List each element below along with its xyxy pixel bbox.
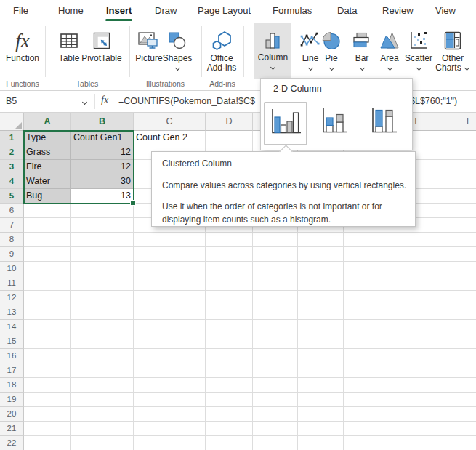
cell-D15[interactable] <box>206 334 253 349</box>
cell-I10[interactable] <box>437 262 476 276</box>
tab-formulas[interactable]: Formulas <box>273 0 312 21</box>
picture-button[interactable]: Picture <box>133 24 165 63</box>
cell-C1[interactable]: Count Gen 2 <box>134 131 206 145</box>
cell-A22[interactable] <box>24 436 71 450</box>
formula-text-right[interactable]: $L$760;"1") <box>410 96 457 106</box>
cell-B6[interactable] <box>71 204 134 218</box>
cell-B17[interactable] <box>71 363 134 378</box>
cell-E18[interactable] <box>253 378 298 393</box>
clustered-column-option[interactable] <box>264 102 307 145</box>
row-header-16[interactable]: 16 <box>0 349 24 363</box>
cell-A16[interactable] <box>24 349 71 363</box>
scatter-chart-button[interactable]: Scatter <box>402 24 435 71</box>
cell-A4[interactable]: Water <box>24 174 71 189</box>
bar-chart-button[interactable]: Bar <box>350 24 374 71</box>
cell-A6[interactable] <box>24 204 71 218</box>
name-box[interactable]: B5 <box>6 96 17 106</box>
cell-I19[interactable] <box>437 393 476 407</box>
row-header-12[interactable]: 12 <box>0 291 24 305</box>
cell-A15[interactable] <box>24 334 71 349</box>
row-header-11[interactable]: 11 <box>0 276 24 291</box>
tab-insert[interactable]: Insert <box>106 0 132 21</box>
cell-H21[interactable] <box>390 422 437 436</box>
cell-C22[interactable] <box>134 436 206 450</box>
cell-A12[interactable] <box>24 291 71 305</box>
cell-F19[interactable] <box>298 393 344 407</box>
cell-C8[interactable] <box>134 233 206 247</box>
cell-E12[interactable] <box>253 291 298 305</box>
chevron-down-icon[interactable] <box>81 100 88 105</box>
cell-I5[interactable] <box>437 189 476 204</box>
cell-B9[interactable] <box>71 247 134 262</box>
column-chart-button[interactable]: Column <box>254 23 291 79</box>
row-header-2[interactable]: 2 <box>0 145 24 160</box>
cell-D16[interactable] <box>206 349 253 363</box>
cell-D8[interactable] <box>206 233 253 247</box>
cell-E15[interactable] <box>253 334 298 349</box>
cell-G13[interactable] <box>344 305 390 320</box>
cell-I7[interactable] <box>437 218 476 233</box>
tab-review[interactable]: Review <box>382 0 414 21</box>
cell-A2[interactable]: Grass <box>24 145 71 160</box>
cell-C14[interactable] <box>134 320 206 334</box>
cell-B20[interactable] <box>71 407 134 422</box>
cell-B3[interactable]: 12 <box>71 160 134 174</box>
cell-C17[interactable] <box>134 363 206 378</box>
column-header-B[interactable]: B <box>71 113 134 131</box>
cell-H17[interactable] <box>390 363 437 378</box>
cell-G8[interactable] <box>344 233 390 247</box>
cell-C12[interactable] <box>134 291 206 305</box>
cell-A20[interactable] <box>24 407 71 422</box>
function-button[interactable]: fx Function <box>3 24 42 63</box>
cell-I9[interactable] <box>437 247 476 262</box>
cell-F20[interactable] <box>298 407 344 422</box>
shapes-button[interactable]: Shapes <box>163 24 192 71</box>
cell-G16[interactable] <box>344 349 390 363</box>
row-header-4[interactable]: 4 <box>0 174 24 189</box>
cell-D18[interactable] <box>206 378 253 393</box>
stacked-column-option[interactable] <box>320 107 349 139</box>
cell-C13[interactable] <box>134 305 206 320</box>
insert-function-icon[interactable]: fx <box>101 95 108 106</box>
cell-F10[interactable] <box>298 262 344 276</box>
cell-A21[interactable] <box>24 422 71 436</box>
office-addins-button[interactable]: Office Add-ins <box>203 24 240 73</box>
cell-I20[interactable] <box>437 407 476 422</box>
row-header-7[interactable]: 7 <box>0 218 24 233</box>
cell-F8[interactable] <box>298 233 344 247</box>
cell-I6[interactable] <box>437 204 476 218</box>
row-header-9[interactable]: 9 <box>0 247 24 262</box>
cell-E14[interactable] <box>253 320 298 334</box>
cell-I15[interactable] <box>437 334 476 349</box>
cell-H8[interactable] <box>390 233 437 247</box>
cell-B2[interactable]: 12 <box>71 145 134 160</box>
cell-C9[interactable] <box>134 247 206 262</box>
cell-H19[interactable] <box>390 393 437 407</box>
column-header-I[interactable]: I <box>437 113 476 131</box>
cell-C15[interactable] <box>134 334 206 349</box>
cell-C16[interactable] <box>134 349 206 363</box>
cell-C21[interactable] <box>134 422 206 436</box>
cell-D13[interactable] <box>206 305 253 320</box>
cell-A18[interactable] <box>24 378 71 393</box>
row-header-14[interactable]: 14 <box>0 320 24 334</box>
cell-F17[interactable] <box>298 363 344 378</box>
cell-I22[interactable] <box>437 436 476 450</box>
cell-H18[interactable] <box>390 378 437 393</box>
cell-H11[interactable] <box>390 276 437 291</box>
pie-chart-button[interactable]: Pie <box>320 24 342 71</box>
cell-D22[interactable] <box>206 436 253 450</box>
cell-G20[interactable] <box>344 407 390 422</box>
cell-E19[interactable] <box>253 393 298 407</box>
cell-D19[interactable] <box>206 393 253 407</box>
cell-E17[interactable] <box>253 363 298 378</box>
row-header-17[interactable]: 17 <box>0 363 24 378</box>
cell-F21[interactable] <box>298 422 344 436</box>
cell-E13[interactable] <box>253 305 298 320</box>
cell-G17[interactable] <box>344 363 390 378</box>
row-header-1[interactable]: 1 <box>0 131 24 145</box>
cell-D21[interactable] <box>206 422 253 436</box>
cell-B22[interactable] <box>71 436 134 450</box>
cell-A3[interactable]: Fire <box>24 160 71 174</box>
cell-A17[interactable] <box>24 363 71 378</box>
